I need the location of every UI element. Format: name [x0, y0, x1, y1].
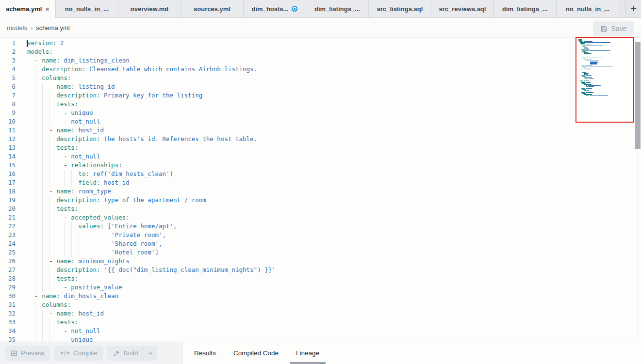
tab-bar-tabs: schema.yml×no_nulls_in_...overview.mdsou…: [0, 0, 619, 18]
line-number: 26: [0, 257, 16, 266]
tab-schema-yml[interactable]: schema.yml×: [0, 0, 56, 18]
indent-guide: [49, 170, 50, 178]
code-line[interactable]: - name: room_type: [27, 187, 276, 196]
code-line[interactable]: - not_null: [27, 117, 276, 126]
tab-src-reviews-sql[interactable]: src_reviews.sql: [431, 0, 494, 18]
save-button[interactable]: Save: [593, 21, 634, 36]
tab-dim-listings[interactable]: dim_listings_...: [494, 0, 557, 18]
code-line[interactable]: - unique: [27, 335, 276, 342]
tab-overview-md[interactable]: overview.md: [118, 0, 181, 18]
code-line[interactable]: description: Type of the apartment / roo…: [27, 196, 276, 205]
indent-guide: [42, 213, 43, 222]
panel-tab-results[interactable]: Results: [194, 342, 216, 364]
minimap-line: [590, 95, 608, 96]
indent-guide: [35, 318, 35, 327]
indent-guide: [49, 318, 50, 327]
indent-guide: [49, 274, 50, 283]
code-line[interactable]: columns:: [27, 74, 276, 82]
code-line[interactable]: - name: dim_hosts_clean: [27, 292, 276, 301]
indent-guide: [57, 178, 57, 187]
code-line[interactable]: - relationships:: [27, 161, 276, 170]
indent-guide: [35, 248, 35, 257]
line-number: 14: [0, 152, 16, 161]
line-number: 1: [0, 39, 16, 47]
code-line[interactable]: 'Hotel room']: [27, 248, 276, 257]
new-tab-button[interactable]: +: [626, 0, 641, 18]
line-number: 18: [0, 187, 16, 196]
vertical-scrollbar-thumb[interactable]: [635, 42, 641, 149]
code-editor[interactable]: 1234567891011121314151617181920212223242…: [0, 38, 641, 342]
indent-guide: [35, 239, 35, 248]
minimap-line: [587, 42, 610, 43]
panel-tab-label: Lineage: [296, 349, 319, 357]
code-line[interactable]: - name: host_id: [27, 309, 276, 318]
code-line[interactable]: description: Cleansed table which contai…: [27, 65, 276, 74]
code-line[interactable]: - accepted_values:: [27, 213, 276, 222]
indent-guide: [49, 152, 50, 161]
compile-button[interactable]: </>Compile: [54, 346, 103, 361]
code-line[interactable]: tests:: [27, 274, 276, 283]
tab-no-nulls-in[interactable]: no_nulls_in_...: [56, 0, 118, 18]
code-line[interactable]: columns:: [27, 301, 276, 309]
code-line[interactable]: 'Shared room',: [27, 239, 276, 248]
tab-dim-hosts[interactable]: dim_hosts...: [244, 0, 306, 18]
code-line[interactable]: field: host_id: [27, 178, 276, 187]
code-line[interactable]: description: '{{ doc("dim_listing_clean_…: [27, 266, 276, 274]
indent-guide: [49, 135, 50, 143]
line-number: 2: [0, 47, 16, 56]
preview-button[interactable]: Preview: [5, 346, 50, 361]
code-line[interactable]: tests:: [27, 318, 276, 327]
code-line[interactable]: tests:: [27, 143, 276, 152]
bottom-panel-tabs: ResultsCompiled CodeLineage: [182, 342, 319, 364]
indent-guide: [49, 143, 50, 152]
indent-guide: [35, 65, 35, 74]
minimap-line: [589, 58, 603, 58]
build-dropdown-button[interactable]: [144, 346, 157, 361]
tab-src-listings-sql[interactable]: src_listings.sql: [369, 0, 431, 18]
code-line[interactable]: description: Primary key for the listing: [27, 91, 276, 100]
line-number: 27: [0, 266, 16, 274]
code-content: version: 2models: - name: dim_listings_c…: [27, 39, 276, 342]
panel-tab-lineage[interactable]: Lineage: [296, 342, 319, 364]
indent-guide: [79, 231, 79, 239]
minimap-line: [585, 74, 588, 74]
code-line[interactable]: tests:: [27, 205, 276, 213]
code-line[interactable]: - unique: [27, 109, 276, 117]
indent-guide: [57, 239, 57, 248]
code-line[interactable]: - not_null: [27, 152, 276, 161]
code-line[interactable]: - name: minimum_nights: [27, 257, 276, 266]
code-line[interactable]: models:: [27, 47, 276, 56]
indent-guide: [42, 143, 43, 152]
code-line[interactable]: - positive_value: [27, 283, 276, 292]
code-line[interactable]: - name: dim_listings_clean: [27, 56, 276, 65]
code-line[interactable]: 'Private room',: [27, 231, 276, 239]
tab-dim-listings[interactable]: dim_listings_...: [306, 0, 369, 18]
close-icon[interactable]: ×: [45, 5, 49, 13]
build-button[interactable]: Build: [107, 346, 144, 361]
indent-guide: [49, 161, 50, 170]
minimap-line: [582, 46, 589, 46]
minimap-line: [584, 77, 592, 78]
code-line[interactable]: version: 2: [27, 39, 276, 47]
breadcrumb-folder[interactable]: models: [7, 24, 27, 32]
code-line[interactable]: - name: host_id: [27, 126, 276, 135]
code-line[interactable]: to: ref('dim_hosts_clean'): [27, 170, 276, 178]
line-number: 17: [0, 178, 16, 187]
code-line[interactable]: description: The hosts's id. References …: [27, 135, 276, 143]
tab-label: no_nulls_in_...: [65, 5, 109, 13]
minimap[interactable]: [575, 37, 634, 123]
tab-sources-yml[interactable]: sources.yml: [181, 0, 244, 18]
minimap-line: [586, 57, 590, 57]
indent-guide: [35, 213, 35, 222]
code-line[interactable]: - name: listing_id: [27, 82, 276, 91]
code-line[interactable]: - not_null: [27, 327, 276, 335]
tab-no-nulls-in[interactable]: no_nulls_in_...: [557, 0, 619, 18]
code-line[interactable]: values: ['Entire home/apt',: [27, 222, 276, 231]
indent-guide: [35, 205, 35, 213]
compile-button-label: Compile: [73, 349, 98, 357]
line-number: 34: [0, 327, 16, 335]
code-line[interactable]: tests:: [27, 100, 276, 109]
bottom-bar: Preview</>CompileBuild ResultsCompiled C…: [0, 342, 641, 364]
panel-tab-compiled-code[interactable]: Compiled Code: [233, 342, 279, 364]
minimap-line: [589, 86, 594, 87]
